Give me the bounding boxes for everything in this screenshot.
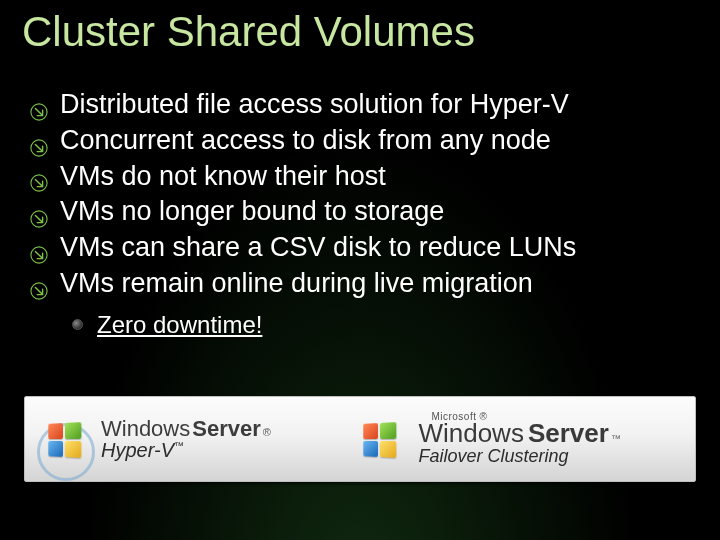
arrow-bullet-icon — [30, 275, 48, 293]
slide-title: Cluster Shared Volumes — [0, 0, 720, 56]
product-family: Hyper-V™ — [101, 440, 271, 461]
bullet-text: Distributed file access solution for Hyp… — [60, 88, 569, 122]
arrow-bullet-icon — [30, 167, 48, 185]
sub-bullet-list: Zero downtime! — [72, 311, 720, 339]
brand-windows: Windows — [101, 417, 190, 440]
product-logo-bar: Windows Server ® Hyper-V™ Microsoft® — [24, 396, 696, 482]
bullet-text: VMs remain online during live migration — [60, 267, 533, 301]
registered-mark: ® — [263, 427, 271, 439]
trademark-mark: ™ — [174, 440, 184, 451]
product-family: Failover Clustering — [418, 447, 620, 466]
brand-server: Server — [192, 417, 261, 440]
brand-server: Server — [528, 420, 609, 447]
bullet-item: VMs remain online during live migration — [30, 267, 720, 301]
bullet-text: VMs do not know their host — [60, 160, 386, 194]
windows-flag-icon — [352, 409, 408, 469]
dot-bullet-icon — [72, 319, 83, 330]
slide: Cluster Shared Volumes Distributed file … — [0, 0, 720, 540]
bullet-text: VMs can share a CSV disk to reduce LUNs — [60, 231, 576, 265]
product-hyperv: Windows Server ® Hyper-V™ — [25, 397, 346, 481]
bullet-text: VMs no longer bound to storage — [60, 195, 444, 229]
product-text: Windows Server ® Hyper-V™ — [101, 417, 271, 461]
brand-line: Windows Server ® — [101, 417, 271, 440]
bullet-list: Distributed file access solution for Hyp… — [30, 88, 720, 301]
windows-flag-icon — [35, 409, 91, 469]
bullet-item: VMs no longer bound to storage — [30, 195, 720, 229]
bullet-item: VMs do not know their host — [30, 160, 720, 194]
bullet-item: Distributed file access solution for Hyp… — [30, 88, 720, 122]
brand-windows: Windows — [418, 420, 523, 447]
arrow-bullet-icon — [30, 96, 48, 114]
bullet-item: Concurrent access to disk from any node — [30, 124, 720, 158]
trademark-mark: ™ — [611, 434, 621, 445]
arrow-bullet-icon — [30, 203, 48, 221]
sub-bullet-text: Zero downtime! — [97, 311, 262, 339]
bullet-item: VMs can share a CSV disk to reduce LUNs — [30, 231, 720, 265]
sub-bullet-item: Zero downtime! — [72, 311, 720, 339]
arrow-bullet-icon — [30, 132, 48, 150]
arrow-bullet-icon — [30, 239, 48, 257]
bullet-text: Concurrent access to disk from any node — [60, 124, 551, 158]
product-text: Microsoft® Windows Server ™ Failover Clu… — [418, 412, 620, 467]
product-failover: Microsoft® Windows Server ™ Failover Clu… — [346, 397, 695, 481]
brand-line: Windows Server ™ — [418, 420, 620, 447]
